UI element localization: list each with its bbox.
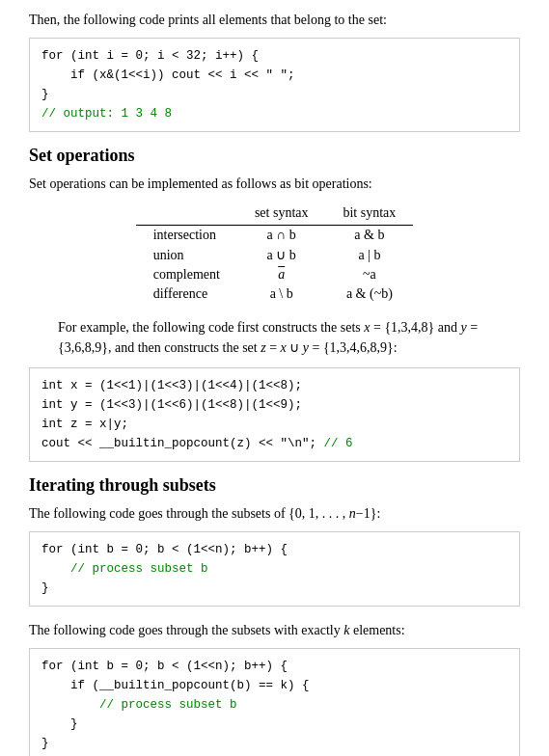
set-difference: a \ b bbox=[237, 284, 326, 304]
code-block-4: for (int b = 0; b < (1<<n); b++) { if (_… bbox=[29, 648, 520, 756]
table-header-row: set syntax bit syntax bbox=[136, 203, 414, 226]
code-line-2a: int x = (1<<1)|(1<<3)|(1<<4)|(1<<8); int… bbox=[41, 379, 324, 450]
code-line-3b: } bbox=[41, 581, 49, 595]
table-row-intersection: intersection a ∩ b a & b bbox=[136, 226, 414, 246]
code-block-1: for (int i = 0; i < 32; i++) { if (x&(1<… bbox=[29, 38, 520, 132]
set-operations-heading: Set operations bbox=[29, 146, 520, 166]
set-ops-table-container: set syntax bit syntax intersection a ∩ b… bbox=[29, 203, 520, 304]
code-comment-2: // 6 bbox=[324, 437, 353, 450]
op-union: union bbox=[136, 245, 237, 265]
bit-union: a | b bbox=[325, 245, 413, 265]
iterating-heading: Iterating through subsets bbox=[29, 475, 520, 496]
table-row-complement: complement a ~a bbox=[136, 265, 414, 284]
bit-difference: a & (~b) bbox=[325, 284, 413, 304]
code-comment-1: // output: 1 3 4 8 bbox=[41, 107, 172, 121]
set-ops-desc: Set operations can be implemented as fol… bbox=[29, 174, 520, 194]
set-complement: a bbox=[237, 265, 326, 284]
set-ops-table: set syntax bit syntax intersection a ∩ b… bbox=[136, 203, 414, 304]
set-union: a ∪ b bbox=[237, 245, 326, 265]
example-para-1: For example, the following code first co… bbox=[58, 317, 520, 358]
col-op-header bbox=[136, 203, 237, 226]
iterating-desc-2: The following code goes through the subs… bbox=[29, 620, 520, 640]
col-set-syntax-header: set syntax bbox=[237, 203, 326, 226]
col-bit-syntax-header: bit syntax bbox=[325, 203, 413, 226]
op-difference: difference bbox=[136, 284, 237, 304]
table-row-difference: difference a \ b a & (~b) bbox=[136, 284, 414, 304]
intro-text: Then, the following code prints all elem… bbox=[29, 10, 520, 30]
iterating-desc-1: The following code goes through the subs… bbox=[29, 503, 520, 524]
op-complement: complement bbox=[136, 265, 237, 284]
code-block-3: for (int b = 0; b < (1<<n); b++) { // pr… bbox=[29, 531, 520, 607]
bit-complement: ~a bbox=[325, 265, 413, 284]
code-line: for (int i = 0; i < 32; i++) { if (x&(1<… bbox=[41, 49, 295, 101]
op-intersection: intersection bbox=[136, 226, 237, 246]
code-comment-4: // process subset b bbox=[99, 698, 237, 712]
code-line-4b: } } bbox=[41, 717, 78, 750]
code-block-2: int x = (1<<1)|(1<<3)|(1<<4)|(1<<8); int… bbox=[29, 367, 520, 462]
set-intersection: a ∩ b bbox=[237, 226, 326, 246]
table-row-union: union a ∪ b a | b bbox=[136, 245, 414, 265]
code-comment-3: // process subset b bbox=[70, 562, 208, 576]
bit-intersection: a & b bbox=[325, 226, 413, 246]
